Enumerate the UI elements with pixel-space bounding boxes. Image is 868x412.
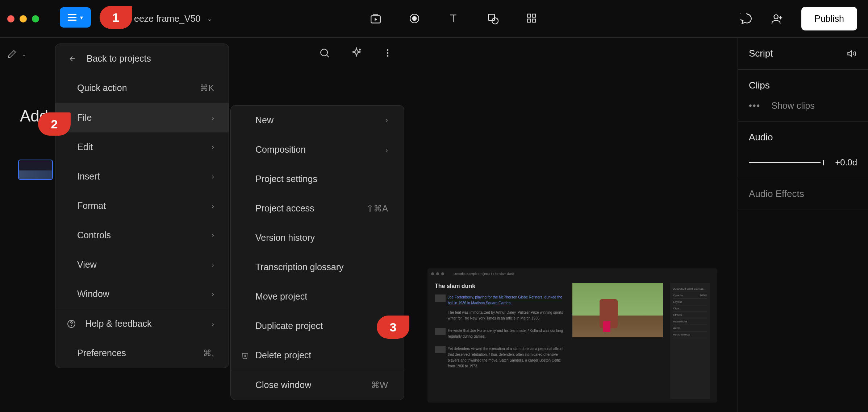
more-vertical-icon[interactable]	[383, 48, 393, 58]
edit-tool[interactable]: ⌄	[7, 49, 26, 59]
grid-icon[interactable]	[526, 13, 538, 25]
menu-label: File	[77, 112, 92, 123]
comment-icon[interactable]	[740, 13, 753, 25]
menu-label: Back to projects	[87, 53, 151, 64]
menu-label: New	[255, 115, 274, 125]
chevron-right-icon: ›	[212, 320, 214, 328]
menu-label: Transcription glossary	[255, 262, 344, 272]
menu-window[interactable]: Window ›	[55, 279, 229, 309]
menu-label: Project access	[255, 203, 314, 214]
menu-view[interactable]: View ›	[55, 250, 229, 279]
close-window-dot[interactable]	[7, 15, 14, 22]
svg-point-19	[387, 52, 389, 54]
chevron-right-icon: ›	[212, 114, 214, 122]
preview-video-frame	[572, 283, 663, 337]
add-user-icon[interactable]	[771, 13, 783, 25]
clips-section-title: Clips	[749, 80, 770, 91]
submenu-close-window[interactable]: Close window ⌘W	[231, 370, 404, 400]
record-icon[interactable]	[409, 13, 421, 25]
menu-format[interactable]: Format ›	[55, 191, 229, 221]
chevron-right-icon: ›	[212, 143, 214, 151]
submenu-composition[interactable]: Composition ›	[231, 135, 404, 164]
preview-breadcrumb: Descript Sample Projects / The slam dunk	[454, 272, 514, 276]
svg-point-15	[321, 49, 327, 56]
menu-edit[interactable]: Edit ›	[55, 132, 229, 162]
menu-file[interactable]: File ›	[55, 103, 229, 132]
sparkle-icon[interactable]	[351, 47, 362, 59]
menu-label: Project settings	[255, 174, 317, 184]
maximize-window-dot[interactable]	[32, 15, 39, 22]
publish-label: Publish	[814, 13, 844, 24]
menu-label: Version history	[255, 232, 315, 243]
shapes-icon[interactable]	[487, 13, 499, 25]
project-title[interactable]: eeze frame_V50 ⌄	[134, 13, 212, 24]
menu-label: Edit	[77, 142, 93, 152]
svg-rect-10	[527, 19, 531, 22]
preview-text: He wrote that Joe Fortenberry and his te…	[448, 328, 565, 339]
menu-preferences[interactable]: Preferences ⌘,	[55, 338, 229, 368]
audio-value: +0.0d	[835, 157, 857, 168]
hamburger-icon	[68, 14, 76, 21]
chevron-right-icon: ›	[385, 145, 388, 154]
trash-icon	[241, 351, 249, 359]
preview-title: The slam dunk	[435, 283, 565, 289]
main-menu: Back to projects Quick action ⌘K File › …	[55, 44, 229, 368]
submenu-delete-project[interactable]: Delete project	[231, 341, 404, 370]
screen-record-icon[interactable]	[370, 13, 382, 25]
preview-window: Descript Sample Projects / The slam dunk…	[427, 268, 717, 403]
menu-help[interactable]: Help & feedback ›	[55, 309, 229, 338]
svg-point-20	[387, 55, 389, 57]
scene-thumbnail[interactable]	[18, 160, 53, 180]
submenu-move-project[interactable]: Move project	[231, 282, 404, 311]
text-icon[interactable]	[448, 13, 460, 25]
annotation-marker-1: 1	[100, 6, 132, 29]
submenu-new[interactable]: New ›	[231, 106, 404, 135]
minimize-window-dot[interactable]	[20, 15, 27, 22]
menu-label: Composition	[255, 144, 306, 155]
svg-marker-24	[848, 50, 852, 56]
publish-button[interactable]: Publish	[801, 7, 857, 30]
svg-point-18	[387, 49, 389, 51]
search-icon[interactable]	[319, 47, 330, 59]
submenu-project-access[interactable]: Project access ⇧⌘A	[231, 194, 404, 223]
chevron-down-icon: ▾	[80, 14, 83, 21]
menu-insert[interactable]: Insert ›	[55, 162, 229, 191]
annotation-marker-3: 3	[377, 316, 409, 339]
menu-label: Insert	[77, 171, 100, 182]
submenu-version-history[interactable]: Version history	[231, 223, 404, 252]
menu-label: Help & feedback	[85, 318, 151, 329]
main-menu-button[interactable]: ▾	[60, 7, 91, 28]
submenu-transcription-glossary[interactable]: Transcription glossary	[231, 252, 404, 282]
menu-label: Format	[77, 201, 106, 211]
svg-rect-9	[533, 14, 536, 17]
window-traffic-lights[interactable]	[7, 15, 39, 22]
annotation-marker-2: 2	[38, 112, 71, 136]
chevron-right-icon: ›	[212, 172, 214, 181]
shortcut-label: ⌘,	[203, 348, 214, 358]
audio-slider[interactable]	[749, 162, 821, 163]
chevron-down-icon: ⌄	[22, 51, 26, 58]
menu-back-to-projects[interactable]: Back to projects	[55, 44, 229, 73]
submenu-project-settings[interactable]: Project settings	[231, 164, 404, 194]
svg-point-7	[492, 18, 498, 24]
shortcut-label: ⌘K	[200, 83, 214, 93]
chevron-right-icon: ›	[212, 260, 214, 269]
menu-label: Move project	[255, 291, 307, 302]
shortcut-label: ⇧⌘A	[366, 203, 388, 214]
chevron-right-icon: ›	[212, 202, 214, 210]
audio-section-title: Audio	[749, 132, 773, 143]
menu-quick-action[interactable]: Quick action ⌘K	[55, 73, 229, 103]
project-title-text: eeze frame_V50	[134, 13, 200, 24]
menu-controls[interactable]: Controls ›	[55, 221, 229, 250]
chevron-right-icon: ›	[212, 231, 214, 239]
speaker-icon[interactable]	[847, 49, 857, 59]
more-horizontal-icon[interactable]: •••	[749, 100, 760, 111]
right-panel: Script Clips ••• Show clips Audio +0.0d …	[738, 38, 868, 412]
menu-label: Duplicate project	[255, 321, 323, 331]
arrow-left-icon	[68, 55, 76, 63]
file-submenu: New › Composition › Project settings Pro…	[230, 105, 404, 400]
show-clips-button[interactable]: Show clips	[771, 100, 815, 111]
shortcut-label: ⌘W	[371, 380, 388, 390]
preview-text: The feat was immortalized by Arthur Dale…	[448, 310, 565, 321]
menu-label: Window	[77, 289, 109, 299]
